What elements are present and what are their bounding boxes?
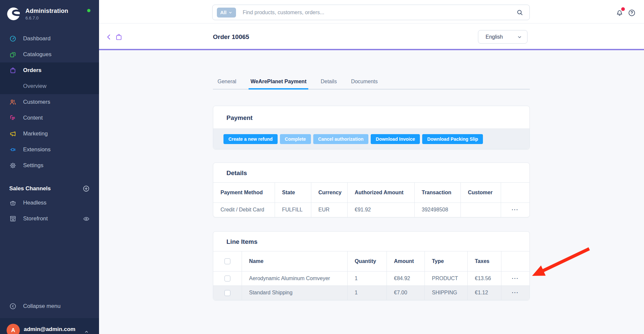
settings-gear-icon (9, 162, 17, 169)
active-nav-group: Orders Overview (0, 62, 99, 94)
sidebar-item-label: Content (23, 115, 43, 121)
sidebar-item-label: Extensions (23, 146, 51, 153)
cell-payment-method: Credit / Debit Card (213, 203, 275, 217)
context-menu-button[interactable]: ··· (512, 207, 519, 212)
column-header: Currency (311, 183, 347, 203)
sidebar-item-storefront[interactable]: Storefront (0, 211, 99, 227)
cell-type: PRODUCT (424, 272, 467, 286)
complete-button[interactable]: Complete (280, 134, 311, 144)
add-sales-channel-icon[interactable] (83, 185, 90, 192)
notification-badge (621, 7, 625, 11)
sidebar-item-headless[interactable]: Headless (0, 195, 99, 211)
chevron-up-icon (83, 328, 90, 334)
chevron-down-icon (517, 34, 523, 40)
download-packing-slip-button[interactable]: Download Packing Slip (422, 134, 483, 144)
column-header: Transaction (414, 183, 460, 203)
download-invoice-button[interactable]: Download Invoice (371, 134, 420, 144)
column-header: State (275, 183, 311, 203)
line-items-card-title: Line Items (226, 238, 529, 245)
chevron-down-icon (228, 10, 233, 15)
table-row: Standard Shipping 1 €7.00 SHIPPING €1.12… (213, 286, 529, 300)
cell-transaction: 392498508 (414, 203, 460, 217)
create-refund-button[interactable]: Create a new refund (223, 134, 278, 144)
order-tabs: General WeArePlanet Payment Details Docu… (213, 79, 530, 90)
collapse-menu-label: Collapse menu (23, 303, 60, 310)
collapse-chevron-icon (9, 303, 17, 310)
tab-weareplanet-payment[interactable]: WeArePlanet Payment (249, 79, 309, 90)
extensions-icon (9, 146, 17, 153)
column-header: Payment Method (213, 183, 275, 203)
cancel-authorization-button[interactable]: Cancel authorization (313, 134, 369, 144)
search-scope-dropdown[interactable]: All (217, 8, 236, 18)
smartbar: Order 10065 English (99, 23, 644, 50)
payment-card-title: Payment (226, 114, 253, 122)
cell-name: Standard Shipping (242, 286, 347, 300)
sidebar-item-settings[interactable]: Settings (0, 158, 99, 173)
details-card: Details Payment Method State Currency Au… (213, 163, 530, 217)
cell-taxes: €13.56 (467, 272, 501, 286)
marketing-icon (9, 130, 17, 137)
back-button[interactable] (105, 33, 113, 41)
table-row: Credit / Debit Card FULFILL EUR €91.92 3… (213, 203, 529, 217)
collapse-menu-button[interactable]: Collapse menu (0, 298, 99, 314)
search-input[interactable] (243, 10, 516, 16)
sidebar-item-customers[interactable]: Customers (0, 94, 99, 110)
language-select[interactable]: English (478, 30, 527, 44)
content-icon (9, 114, 17, 122)
row-select-checkbox[interactable] (224, 290, 230, 296)
topbar: All (99, 0, 644, 23)
cell-quantity: 1 (347, 286, 387, 300)
tab-documents[interactable]: Documents (349, 79, 380, 89)
payment-details-table: Payment Method State Currency Authorized… (213, 182, 529, 217)
sidebar-item-catalogues[interactable]: Catalogues (0, 47, 99, 62)
cell-name: Aerodynamic Aluminum Comveyer (242, 272, 347, 286)
cell-type: SHIPPING (424, 286, 467, 300)
context-menu-button[interactable]: ··· (512, 290, 519, 295)
sidebar-item-label: Overview (23, 83, 47, 90)
row-select-checkbox[interactable] (224, 276, 230, 281)
app-version: 6.6.7.0 (25, 16, 68, 20)
dashboard-icon (9, 35, 17, 42)
table-row: Aerodynamic Aluminum Comveyer 1 €84.92 P… (213, 272, 529, 286)
sales-channels-title: Sales Channels (9, 185, 83, 192)
notifications-bell-icon[interactable] (615, 8, 624, 17)
column-header-actions (501, 183, 529, 203)
cell-taxes: €1.12 (467, 286, 501, 300)
cell-amount: €7.00 (387, 286, 424, 300)
eye-icon[interactable] (83, 215, 90, 222)
context-menu-button[interactable]: ··· (512, 276, 519, 281)
search-icon[interactable] (516, 9, 524, 16)
tab-details[interactable]: Details (319, 79, 339, 89)
sidebar-item-extensions[interactable]: Extensions (0, 142, 99, 158)
basket-icon (9, 199, 17, 206)
sidebar-item-label: Storefront (23, 215, 48, 222)
cell-currency: EUR (311, 203, 347, 217)
sidebar-item-orders[interactable]: Orders (0, 62, 99, 78)
sidebar-item-label: Customers (23, 99, 50, 105)
sidebar-item-dashboard[interactable]: Dashboard (0, 31, 99, 47)
line-items-table: Name Quantity Amount Type Taxes Aerodyna… (213, 251, 529, 300)
column-header: Type (424, 251, 467, 272)
status-dot (87, 9, 90, 12)
select-all-checkbox[interactable] (224, 258, 230, 264)
cell-customer (460, 203, 501, 217)
order-bag-icon (115, 33, 123, 41)
sidebar-item-label: Orders (23, 67, 42, 74)
page-title: Order 10065 (213, 33, 249, 41)
column-header: Customer (460, 183, 501, 203)
user-email: admin@admin.com (24, 326, 75, 333)
sidebar-item-overview[interactable]: Overview (0, 78, 99, 94)
table-header-row: Name Quantity Amount Type Taxes (213, 251, 529, 272)
user-menu[interactable]: A admin@admin.com Administrator (0, 318, 99, 334)
avatar: A (7, 324, 20, 334)
sidebar-item-marketing[interactable]: Marketing (0, 126, 99, 142)
sales-channels-section: Sales Channels Headless Storefront (0, 182, 99, 227)
help-icon[interactable] (628, 9, 636, 17)
cell-state: FULFILL (275, 203, 311, 217)
tab-general[interactable]: General (216, 79, 238, 89)
language-select-value: English (486, 34, 517, 40)
app-header: Administration 6.6.7.0 (7, 7, 68, 21)
main-content: General WeArePlanet Payment Details Docu… (99, 50, 644, 334)
sidebar-item-content[interactable]: Content (0, 110, 99, 126)
sidebar: Administration 6.6.7.0 Dashboard Catalog… (0, 0, 99, 334)
